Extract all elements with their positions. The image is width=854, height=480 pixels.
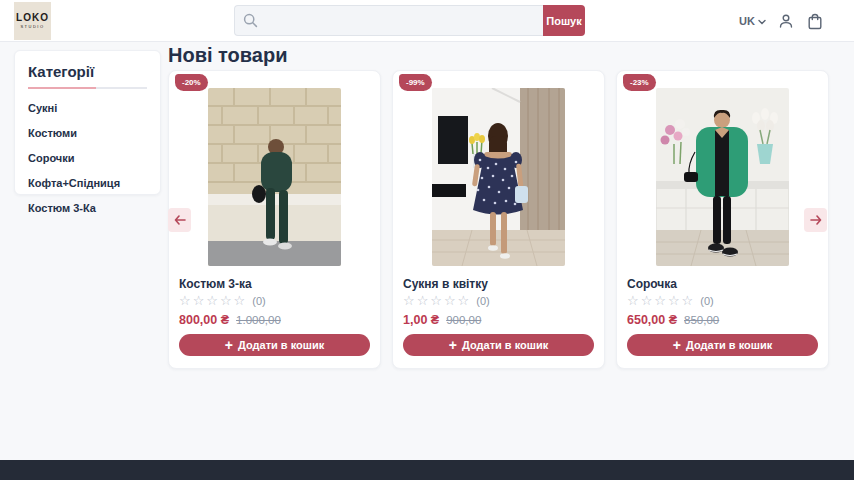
- cart-icon[interactable]: [806, 12, 824, 30]
- arrow-right-icon: [810, 213, 822, 228]
- current-price: 650,00 ₴: [627, 313, 677, 327]
- plus-icon: +: [673, 338, 681, 352]
- page-title: Нові товари: [168, 44, 287, 67]
- old-price: 900,00: [446, 314, 481, 326]
- product-title[interactable]: Сукня в квітку: [403, 277, 594, 291]
- carousel-prev-button[interactable]: [168, 208, 191, 232]
- sidebar-item-shirts[interactable]: Сорочки: [28, 152, 147, 164]
- add-to-cart-label: Додати в кошик: [686, 339, 772, 351]
- rating-count: (0): [700, 295, 713, 307]
- star-rating-icons: ☆☆☆☆☆: [403, 294, 471, 308]
- sidebar-item-dresses[interactable]: Сукні: [28, 102, 147, 114]
- search-input[interactable]: [234, 5, 543, 36]
- search-bar: Пошук: [234, 5, 585, 36]
- product-carousel: -20% Костюм 3: [168, 70, 829, 369]
- old-price: 850,00: [684, 314, 719, 326]
- footer: [0, 460, 854, 480]
- carousel-next-button[interactable]: [804, 208, 827, 232]
- current-price: 1,00 ₴: [403, 313, 439, 327]
- product-image[interactable]: [656, 88, 789, 266]
- current-price: 800,00 ₴: [179, 313, 229, 327]
- product-image[interactable]: [208, 88, 341, 266]
- product-card: -20% Костюм 3: [168, 70, 381, 369]
- price-row: 800,00 ₴ 1.000,00: [179, 313, 370, 327]
- header-actions: UK: [739, 0, 824, 42]
- add-to-cart-button[interactable]: + Додати в кошик: [179, 334, 370, 356]
- account-icon[interactable]: [777, 12, 795, 30]
- product-rating: ☆☆☆☆☆ (0): [179, 294, 370, 308]
- arrow-left-icon: [174, 213, 186, 228]
- language-label: UK: [739, 15, 755, 27]
- categories-panel: Категорії Сукні Костюми Сорочки Кофта+Сп…: [14, 50, 161, 195]
- sidebar-item-suit-3[interactable]: Костюм 3-Ка: [28, 202, 147, 214]
- product-title[interactable]: Сорочка: [627, 277, 818, 291]
- rating-count: (0): [476, 295, 489, 307]
- product-rating: ☆☆☆☆☆ (0): [627, 294, 818, 308]
- product-image[interactable]: [432, 88, 565, 266]
- product-title[interactable]: Костюм 3-ка: [179, 277, 370, 291]
- search-button[interactable]: Пошук: [543, 5, 585, 36]
- star-rating-icons: ☆☆☆☆☆: [627, 294, 695, 308]
- old-price: 1.000,00: [236, 314, 281, 326]
- header: LOKO STUDIO Пошук UK: [0, 0, 854, 42]
- add-to-cart-label: Додати в кошик: [238, 339, 324, 351]
- plus-icon: +: [225, 338, 233, 352]
- logo-subtext: STUDIO: [20, 24, 44, 29]
- chevron-down-icon: [758, 15, 766, 27]
- language-selector[interactable]: UK: [739, 15, 766, 27]
- add-to-cart-label: Додати в кошик: [462, 339, 548, 351]
- plus-icon: +: [449, 338, 457, 352]
- categories-title: Категорії: [28, 63, 147, 80]
- product-card: -23%: [616, 70, 829, 369]
- logo[interactable]: LOKO STUDIO: [14, 2, 51, 40]
- product-card: -99%: [392, 70, 605, 369]
- price-row: 650,00 ₴ 850,00: [627, 313, 818, 327]
- product-rating: ☆☆☆☆☆ (0): [403, 294, 594, 308]
- discount-badge: -23%: [623, 74, 656, 91]
- categories-divider: [28, 87, 147, 89]
- sidebar-item-top-skirt[interactable]: Кофта+Спідниця: [28, 177, 147, 189]
- price-row: 1,00 ₴ 900,00: [403, 313, 594, 327]
- add-to-cart-button[interactable]: + Додати в кошик: [627, 334, 818, 356]
- sidebar-item-suits[interactable]: Костюми: [28, 127, 147, 139]
- discount-badge: -99%: [399, 74, 432, 91]
- logo-text: LOKO: [16, 13, 49, 23]
- rating-count: (0): [252, 295, 265, 307]
- star-rating-icons: ☆☆☆☆☆: [179, 294, 247, 308]
- discount-badge: -20%: [175, 74, 208, 91]
- add-to-cart-button[interactable]: + Додати в кошик: [403, 334, 594, 356]
